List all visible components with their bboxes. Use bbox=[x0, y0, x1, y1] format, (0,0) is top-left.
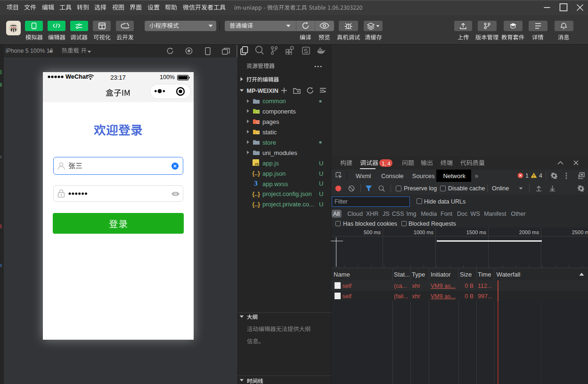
svg-text:{..}: {..} bbox=[252, 201, 260, 208]
svg-text:JS: JS bbox=[254, 162, 259, 166]
svg-text:{..}: {..} bbox=[252, 170, 260, 177]
svg-text:{..}: {..} bbox=[252, 191, 260, 197]
svg-text:3: 3 bbox=[254, 180, 258, 187]
